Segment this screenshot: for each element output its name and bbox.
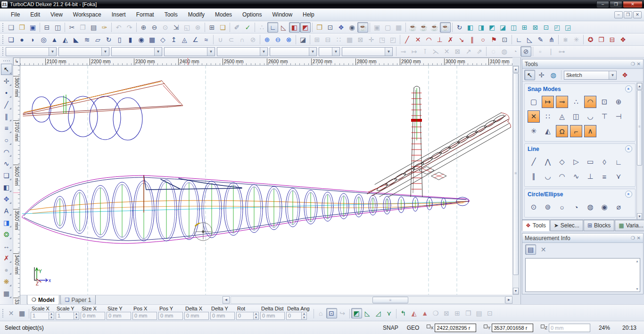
edit-polyline-button[interactable]: ✎ xyxy=(535,34,546,45)
circle-tangent-3-button[interactable]: ◉ xyxy=(598,201,611,213)
osnap-point2-button[interactable]: ∣ xyxy=(545,46,556,57)
osnap-cross-button[interactable]: ⋋ xyxy=(430,46,441,57)
box-3d-tool[interactable]: ❏ xyxy=(1,170,12,181)
line-tool[interactable]: ╱ xyxy=(1,99,12,110)
tab-varia[interactable]: ▦Varia... xyxy=(615,220,644,231)
osnap-point3-button[interactable]: ⊶ xyxy=(556,46,567,57)
view-front-button[interactable]: ◧ xyxy=(465,22,476,33)
size-y-input[interactable]: 0 mm xyxy=(107,312,131,320)
rot-input[interactable]: 0▲▼ xyxy=(236,312,259,320)
snap-vertex-button[interactable]: ⊸ xyxy=(556,96,568,108)
delta-y-input[interactable]: 0 mm xyxy=(210,312,235,320)
copy-button[interactable]: ❐ xyxy=(77,22,88,33)
trim-x-tool[interactable]: ✗ xyxy=(1,252,12,264)
z-coordinate-input[interactable]: 0 mm xyxy=(549,324,590,332)
osnap-circle2-button[interactable]: ◍ xyxy=(499,46,510,57)
scale-y-spin-up[interactable]: ▲ xyxy=(74,312,79,316)
chevron-down-icon[interactable]: ▼ xyxy=(49,48,56,56)
tab-paper-1[interactable]: ❏Paper 1 xyxy=(60,295,96,305)
wedge-tool[interactable]: ◣ xyxy=(71,34,82,45)
close-icon[interactable]: ✕ xyxy=(637,61,641,67)
format-fill-tool[interactable]: ◨ xyxy=(1,217,12,228)
collapse-chevron-icon[interactable]: « xyxy=(625,191,632,198)
pick-hook-button[interactable]: ↪ xyxy=(337,308,348,318)
snap-arc-center-button[interactable]: ◠ xyxy=(584,96,596,108)
geo-mode-toggle[interactable]: GEO xyxy=(407,325,420,331)
snap-on-graphic-button[interactable]: ↦ xyxy=(542,96,554,108)
double-line-tool[interactable]: ∥ xyxy=(1,111,12,122)
doc-close-button[interactable]: ✕ xyxy=(633,11,642,18)
line-tangent-from-arc-button[interactable]: ◠ xyxy=(556,170,568,183)
snap-horizontal-button[interactable]: ⊣ xyxy=(612,110,625,123)
view-iso-ne-button[interactable]: ⊠ xyxy=(530,22,541,33)
node-edit-tool[interactable]: ✢ xyxy=(1,75,12,87)
point-tool[interactable]: • xyxy=(1,87,12,99)
horizontal-ruler[interactable]: 2100 mm2200 mm2300 mm2400 mm2500 mm2600 … xyxy=(20,58,512,66)
circle-concentric-button[interactable]: ⊚ xyxy=(542,201,554,213)
array-path-button[interactable]: ▦ xyxy=(344,34,355,45)
stamp-tool-button[interactable]: ✪ xyxy=(585,34,596,45)
view-iso-se-button[interactable]: ◰ xyxy=(552,22,562,33)
symbol-library-button[interactable]: ❒ xyxy=(314,22,325,33)
close-button[interactable]: ✕ xyxy=(623,1,643,8)
eraser-button[interactable]: ◺ xyxy=(278,22,289,33)
menu-file[interactable]: File xyxy=(6,9,25,20)
ungroup-button[interactable]: ▢ xyxy=(382,22,393,33)
osnap-intersect-button[interactable]: ✕ xyxy=(441,46,452,57)
flag-point-button[interactable]: ⚑ xyxy=(488,34,499,45)
no-snap-toggle[interactable]: ⊘ xyxy=(520,46,531,57)
snap-indicator-tool[interactable]: ❂ xyxy=(1,229,12,240)
spline-tool[interactable]: ∿ xyxy=(1,158,12,169)
collapse-chevron-icon[interactable]: « xyxy=(625,85,632,92)
palette-node-select-button[interactable]: ✢ xyxy=(536,70,547,80)
zoom-in-button[interactable]: ⊕ xyxy=(138,22,149,33)
inspector-calculator-button[interactable]: ▦ xyxy=(17,308,27,318)
text-tool[interactable]: A xyxy=(1,205,12,217)
rot-spin-down[interactable]: ▼ xyxy=(254,316,258,320)
toolbar-grip[interactable] xyxy=(2,23,3,32)
toolbar-grip[interactable] xyxy=(2,35,3,44)
chevron-down-icon[interactable]: ▼ xyxy=(609,71,616,79)
plot-button[interactable]: ⊟ xyxy=(607,34,618,45)
menu-tools[interactable]: Tools xyxy=(159,9,183,20)
zoom-selection-button[interactable]: ⊛ xyxy=(192,22,203,33)
group-button[interactable]: ▣ xyxy=(372,22,382,33)
render-draft-button[interactable]: ☕ xyxy=(429,22,440,33)
arc-tool[interactable]: ◠ xyxy=(1,146,12,158)
zoom-out-button[interactable]: ⊖ xyxy=(149,22,160,33)
show-coordinate-system-toggle[interactable]: ∟ xyxy=(267,22,278,33)
array-fit-button[interactable]: ⊠ xyxy=(355,34,366,45)
slice-button[interactable]: ⊘ xyxy=(248,34,258,45)
toolbar-grip[interactable] xyxy=(3,60,10,61)
void-box-button[interactable]: ⊠ xyxy=(441,308,452,318)
snap-degrade-button[interactable]: ◭ xyxy=(542,125,554,137)
tab-model[interactable]: ❍Model xyxy=(27,295,59,305)
palette-world-button[interactable]: ◍ xyxy=(548,70,559,80)
trim-button[interactable]: ╱ xyxy=(402,34,413,45)
print-preview-button[interactable]: ◫ xyxy=(52,22,63,33)
shrink-button[interactable]: ↘ xyxy=(456,34,467,45)
measurement-delete-button[interactable]: ✕ xyxy=(538,244,549,255)
workplane-wp-button[interactable]: ◺ xyxy=(362,308,373,318)
dimension-tool[interactable]: ↔ xyxy=(1,241,12,252)
chamfer-3d-button[interactable]: ◪ xyxy=(297,34,308,45)
spell-check-button[interactable]: ✓ xyxy=(242,22,253,33)
palette-scrollbar[interactable]: ▲ ▼ xyxy=(636,83,643,220)
select-area-tool[interactable]: ▦ xyxy=(1,288,12,299)
brush-pattern-combo[interactable]: ▼ xyxy=(217,47,268,56)
paste-mode-button[interactable]: ▤ xyxy=(474,308,485,318)
redo-button[interactable]: ↷ xyxy=(124,22,135,33)
t-meet-button[interactable]: ⊥ xyxy=(434,34,445,45)
chevron-down-icon[interactable]: ▼ xyxy=(154,48,162,56)
zoom-extents-button[interactable]: ⇲ xyxy=(171,22,182,33)
revolve-tool[interactable]: ↻ xyxy=(103,34,114,45)
new-button[interactable]: ❑ xyxy=(6,22,17,33)
explode-button[interactable]: ▦ xyxy=(393,22,404,33)
canvas-vertical-scrollbar[interactable]: ▲ ▼ xyxy=(512,66,519,295)
pen-color-combo[interactable]: ▼ xyxy=(58,47,109,56)
spray-tool[interactable]: ❋ xyxy=(1,276,12,287)
slab-tool[interactable]: ▱ xyxy=(92,34,103,45)
array-cross-button[interactable]: ✛ xyxy=(366,34,377,45)
chamfer-button[interactable]: ◺ xyxy=(524,34,535,45)
osnap-point1-button[interactable]: ▫ xyxy=(535,46,545,57)
